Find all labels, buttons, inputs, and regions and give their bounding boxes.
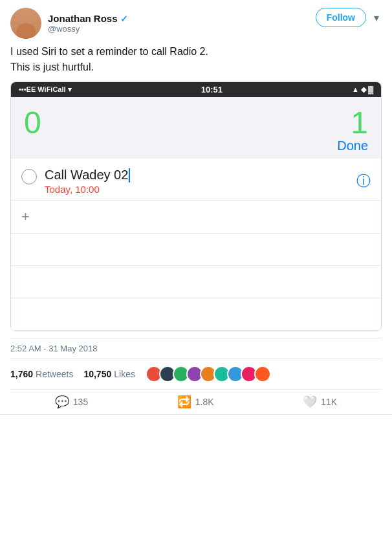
phone-screenshot: •••EE WiFiCall ▾ 10:51 ▲ ◆ ▓ 0 1 Done — [10, 82, 382, 331]
retweets-count: 1,760 — [10, 369, 33, 379]
info-icon[interactable]: ⓘ — [356, 171, 371, 191]
reminder-circle[interactable] — [21, 169, 37, 184]
done-button[interactable]: Done — [337, 138, 368, 153]
empty-row-3 — [11, 298, 381, 331]
tweet-header-right: Follow ▾ — [316, 8, 382, 27]
likes-label: Likes — [114, 369, 135, 379]
reminder-header-right: 1 Done — [337, 107, 368, 153]
like-count: 11K — [321, 397, 337, 407]
likes-stat: 10,750 Likes — [83, 369, 135, 379]
status-icons: ▲ ◆ ▓ — [352, 85, 373, 94]
user-info: Jonathan Ross ✓ @wossy — [48, 13, 128, 34]
likes-count: 10,750 — [83, 369, 111, 379]
tweet-text: I used Siri to set a reminder to call Ra… — [10, 44, 382, 75]
status-time: 10:51 — [201, 85, 223, 94]
display-name-text: Jonathan Ross — [48, 13, 118, 24]
empty-row-1 — [11, 234, 381, 266]
status-right: ▲ ◆ ▓ — [352, 85, 373, 94]
username: @wossy — [48, 24, 128, 34]
tweet-text-line2: This is just hurtful. — [10, 60, 382, 75]
tweet-actions: 💬 135 🔁 1.8K 🤍 11K — [10, 390, 382, 414]
reply-icon: 💬 — [55, 395, 69, 409]
liker-avatar — [254, 366, 271, 382]
status-left: •••EE WiFiCall ▾ — [19, 85, 72, 94]
add-icon: + — [21, 210, 30, 224]
reminder-due: Today, 10:00 — [45, 184, 351, 195]
display-name: Jonathan Ross ✓ — [48, 13, 128, 24]
reply-count: 135 — [73, 397, 88, 407]
tweet-stats: 1,760 Retweets 10,750 Likes — [10, 359, 382, 390]
retweets-label: Retweets — [36, 369, 73, 379]
status-bar: •••EE WiFiCall ▾ 10:51 ▲ ◆ ▓ — [11, 82, 381, 97]
reminder-list: Call Wadey 02 Today, 10:00 ⓘ + — [11, 159, 381, 331]
follow-button[interactable]: Follow — [316, 8, 366, 27]
reply-action[interactable]: 💬 135 — [55, 395, 88, 409]
avatar[interactable] — [10, 8, 41, 39]
reminder-title: Call Wadey 02 — [45, 168, 351, 182]
tweet-header: Jonathan Ross ✓ @wossy Follow ▾ — [10, 8, 382, 39]
tweet-timestamp: 2:52 AM - 31 May 2018 — [10, 338, 382, 359]
retweet-icon: 🔁 — [177, 395, 191, 409]
reminder-content: Call Wadey 02 Today, 10:00 — [45, 168, 351, 195]
carrier-text: •••EE WiFiCall ▾ — [19, 85, 72, 94]
reminder-app: 0 1 Done Call Wadey 02 Today, 10:00 — [11, 97, 381, 331]
tweet-container: Jonathan Ross ✓ @wossy Follow ▾ I used S… — [0, 0, 392, 415]
reminder-add-row[interactable]: + — [11, 201, 381, 234]
retweet-action[interactable]: 🔁 1.8K — [177, 395, 214, 409]
tweet-header-left: Jonathan Ross ✓ @wossy — [10, 8, 128, 39]
reminder-item: Call Wadey 02 Today, 10:00 ⓘ — [11, 159, 381, 201]
reminder-count-right: 1 — [351, 107, 368, 138]
empty-row-2 — [11, 266, 381, 298]
reminder-count-left: 0 — [24, 107, 41, 138]
retweet-count: 1.8K — [195, 397, 214, 407]
verified-icon: ✓ — [120, 14, 128, 24]
like-action[interactable]: 🤍 11K — [303, 395, 337, 409]
retweets-stat: 1,760 Retweets — [10, 369, 73, 379]
text-cursor — [129, 168, 130, 182]
tweet-text-line1: I used Siri to set a reminder to call Ra… — [10, 44, 382, 60]
reminder-title-text: Call Wadey 02 — [45, 168, 128, 182]
likers-avatars — [146, 366, 271, 382]
chevron-down-icon[interactable]: ▾ — [371, 9, 382, 27]
reminder-header: 0 1 Done — [11, 97, 381, 159]
heart-icon: 🤍 — [303, 395, 317, 409]
reminder-empty-rows — [11, 234, 381, 331]
